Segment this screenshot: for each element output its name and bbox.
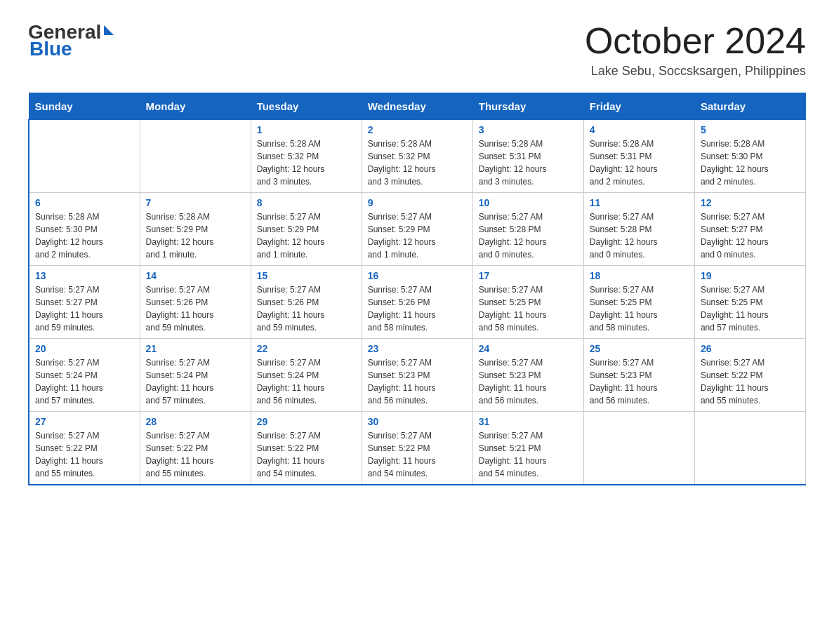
day-number: 6 xyxy=(35,197,134,208)
calendar-cell: 2Sunrise: 5:28 AM Sunset: 5:32 PM Daylig… xyxy=(362,120,472,193)
day-info: Sunrise: 5:27 AM Sunset: 5:24 PM Dayligh… xyxy=(257,356,356,407)
day-info: Sunrise: 5:27 AM Sunset: 5:26 PM Dayligh… xyxy=(146,283,245,334)
page-header: General Blue October 2024 Lake Sebu, Soc… xyxy=(28,21,806,79)
day-info: Sunrise: 5:27 AM Sunset: 5:25 PM Dayligh… xyxy=(479,283,578,334)
day-info: Sunrise: 5:27 AM Sunset: 5:23 PM Dayligh… xyxy=(590,356,689,407)
day-info: Sunrise: 5:28 AM Sunset: 5:30 PM Dayligh… xyxy=(701,137,800,188)
day-number: 20 xyxy=(35,343,134,354)
day-number: 10 xyxy=(479,197,578,208)
calendar-cell: 18Sunrise: 5:27 AM Sunset: 5:25 PM Dayli… xyxy=(583,266,694,339)
day-number: 21 xyxy=(146,343,245,354)
column-header-monday: Monday xyxy=(140,93,251,120)
calendar-cell: 25Sunrise: 5:27 AM Sunset: 5:23 PM Dayli… xyxy=(583,339,694,412)
day-info: Sunrise: 5:27 AM Sunset: 5:21 PM Dayligh… xyxy=(479,429,578,480)
calendar-cell xyxy=(140,120,251,193)
day-info: Sunrise: 5:27 AM Sunset: 5:22 PM Dayligh… xyxy=(257,429,356,480)
calendar-cell: 14Sunrise: 5:27 AM Sunset: 5:26 PM Dayli… xyxy=(140,266,251,339)
day-number: 8 xyxy=(257,197,356,208)
column-header-saturday: Saturday xyxy=(694,93,805,120)
calendar-cell: 1Sunrise: 5:28 AM Sunset: 5:32 PM Daylig… xyxy=(251,120,362,193)
day-info: Sunrise: 5:28 AM Sunset: 5:30 PM Dayligh… xyxy=(35,210,134,261)
day-info: Sunrise: 5:27 AM Sunset: 5:23 PM Dayligh… xyxy=(479,356,578,407)
day-info: Sunrise: 5:27 AM Sunset: 5:29 PM Dayligh… xyxy=(257,210,356,261)
calendar-cell: 6Sunrise: 5:28 AM Sunset: 5:30 PM Daylig… xyxy=(29,193,140,266)
day-number: 18 xyxy=(590,270,689,281)
calendar-cell: 20Sunrise: 5:27 AM Sunset: 5:24 PM Dayli… xyxy=(29,339,140,412)
day-number: 9 xyxy=(368,197,467,208)
day-number: 30 xyxy=(368,416,467,427)
day-info: Sunrise: 5:27 AM Sunset: 5:26 PM Dayligh… xyxy=(257,283,356,334)
day-info: Sunrise: 5:27 AM Sunset: 5:27 PM Dayligh… xyxy=(701,210,800,261)
day-number: 17 xyxy=(479,270,578,281)
day-number: 13 xyxy=(35,270,134,281)
calendar-cell: 5Sunrise: 5:28 AM Sunset: 5:30 PM Daylig… xyxy=(694,120,805,193)
calendar-cell xyxy=(29,120,140,193)
day-number: 24 xyxy=(479,343,578,354)
day-number: 3 xyxy=(479,124,578,135)
calendar-table: SundayMondayTuesdayWednesdayThursdayFrid… xyxy=(28,93,806,485)
calendar-cell: 3Sunrise: 5:28 AM Sunset: 5:31 PM Daylig… xyxy=(472,120,583,193)
column-header-sunday: Sunday xyxy=(29,93,140,120)
calendar-cell: 17Sunrise: 5:27 AM Sunset: 5:25 PM Dayli… xyxy=(472,266,583,339)
logo-arrow-icon xyxy=(104,25,114,35)
calendar-cell: 26Sunrise: 5:27 AM Sunset: 5:22 PM Dayli… xyxy=(694,339,805,412)
day-info: Sunrise: 5:27 AM Sunset: 5:28 PM Dayligh… xyxy=(590,210,689,261)
calendar-cell: 11Sunrise: 5:27 AM Sunset: 5:28 PM Dayli… xyxy=(583,193,694,266)
day-number: 19 xyxy=(701,270,800,281)
calendar-cell: 19Sunrise: 5:27 AM Sunset: 5:25 PM Dayli… xyxy=(694,266,805,339)
day-number: 1 xyxy=(257,124,356,135)
calendar-week-row: 27Sunrise: 5:27 AM Sunset: 5:22 PM Dayli… xyxy=(29,412,806,485)
calendar-week-row: 20Sunrise: 5:27 AM Sunset: 5:24 PM Dayli… xyxy=(29,339,806,412)
day-number: 25 xyxy=(590,343,689,354)
calendar-cell: 27Sunrise: 5:27 AM Sunset: 5:22 PM Dayli… xyxy=(29,412,140,485)
calendar-cell xyxy=(583,412,694,485)
column-header-wednesday: Wednesday xyxy=(362,93,472,120)
day-info: Sunrise: 5:27 AM Sunset: 5:26 PM Dayligh… xyxy=(368,283,467,334)
day-number: 16 xyxy=(368,270,467,281)
calendar-cell: 7Sunrise: 5:28 AM Sunset: 5:29 PM Daylig… xyxy=(140,193,251,266)
day-number: 2 xyxy=(368,124,467,135)
calendar-week-row: 13Sunrise: 5:27 AM Sunset: 5:27 PM Dayli… xyxy=(29,266,806,339)
calendar-cell: 29Sunrise: 5:27 AM Sunset: 5:22 PM Dayli… xyxy=(251,412,362,485)
column-header-thursday: Thursday xyxy=(472,93,583,120)
calendar-cell: 31Sunrise: 5:27 AM Sunset: 5:21 PM Dayli… xyxy=(472,412,583,485)
day-number: 14 xyxy=(146,270,245,281)
column-header-tuesday: Tuesday xyxy=(251,93,362,120)
calendar-week-row: 6Sunrise: 5:28 AM Sunset: 5:30 PM Daylig… xyxy=(29,193,806,266)
day-info: Sunrise: 5:27 AM Sunset: 5:22 PM Dayligh… xyxy=(35,429,134,480)
calendar-cell: 23Sunrise: 5:27 AM Sunset: 5:23 PM Dayli… xyxy=(362,339,472,412)
calendar-cell: 24Sunrise: 5:27 AM Sunset: 5:23 PM Dayli… xyxy=(472,339,583,412)
day-info: Sunrise: 5:27 AM Sunset: 5:28 PM Dayligh… xyxy=(479,210,578,261)
calendar-cell: 28Sunrise: 5:27 AM Sunset: 5:22 PM Dayli… xyxy=(140,412,251,485)
day-info: Sunrise: 5:28 AM Sunset: 5:32 PM Dayligh… xyxy=(368,137,467,188)
day-info: Sunrise: 5:27 AM Sunset: 5:22 PM Dayligh… xyxy=(368,429,467,480)
calendar-cell: 10Sunrise: 5:27 AM Sunset: 5:28 PM Dayli… xyxy=(472,193,583,266)
day-info: Sunrise: 5:27 AM Sunset: 5:22 PM Dayligh… xyxy=(701,356,800,407)
day-number: 4 xyxy=(590,124,689,135)
day-info: Sunrise: 5:27 AM Sunset: 5:25 PM Dayligh… xyxy=(701,283,800,334)
location-text: Lake Sebu, Soccsksargen, Philippines xyxy=(585,64,806,79)
calendar-header-row: SundayMondayTuesdayWednesdayThursdayFrid… xyxy=(29,93,806,120)
logo-blue-text: Blue xyxy=(29,38,72,60)
day-number: 12 xyxy=(701,197,800,208)
calendar-cell: 30Sunrise: 5:27 AM Sunset: 5:22 PM Dayli… xyxy=(362,412,472,485)
calendar-cell: 12Sunrise: 5:27 AM Sunset: 5:27 PM Dayli… xyxy=(694,193,805,266)
calendar-cell: 8Sunrise: 5:27 AM Sunset: 5:29 PM Daylig… xyxy=(251,193,362,266)
day-info: Sunrise: 5:28 AM Sunset: 5:31 PM Dayligh… xyxy=(590,137,689,188)
day-info: Sunrise: 5:27 AM Sunset: 5:24 PM Dayligh… xyxy=(146,356,245,407)
day-number: 5 xyxy=(701,124,800,135)
day-info: Sunrise: 5:28 AM Sunset: 5:32 PM Dayligh… xyxy=(257,137,356,188)
title-section: October 2024 Lake Sebu, Soccsksargen, Ph… xyxy=(585,21,806,79)
day-info: Sunrise: 5:27 AM Sunset: 5:29 PM Dayligh… xyxy=(368,210,467,261)
calendar-cell xyxy=(694,412,805,485)
day-number: 22 xyxy=(257,343,356,354)
calendar-cell: 16Sunrise: 5:27 AM Sunset: 5:26 PM Dayli… xyxy=(362,266,472,339)
calendar-cell: 15Sunrise: 5:27 AM Sunset: 5:26 PM Dayli… xyxy=(251,266,362,339)
day-info: Sunrise: 5:27 AM Sunset: 5:25 PM Dayligh… xyxy=(590,283,689,334)
day-info: Sunrise: 5:28 AM Sunset: 5:31 PM Dayligh… xyxy=(479,137,578,188)
column-header-friday: Friday xyxy=(583,93,694,120)
day-info: Sunrise: 5:28 AM Sunset: 5:29 PM Dayligh… xyxy=(146,210,245,261)
logo: General Blue xyxy=(28,21,114,60)
day-number: 23 xyxy=(368,343,467,354)
calendar-cell: 13Sunrise: 5:27 AM Sunset: 5:27 PM Dayli… xyxy=(29,266,140,339)
